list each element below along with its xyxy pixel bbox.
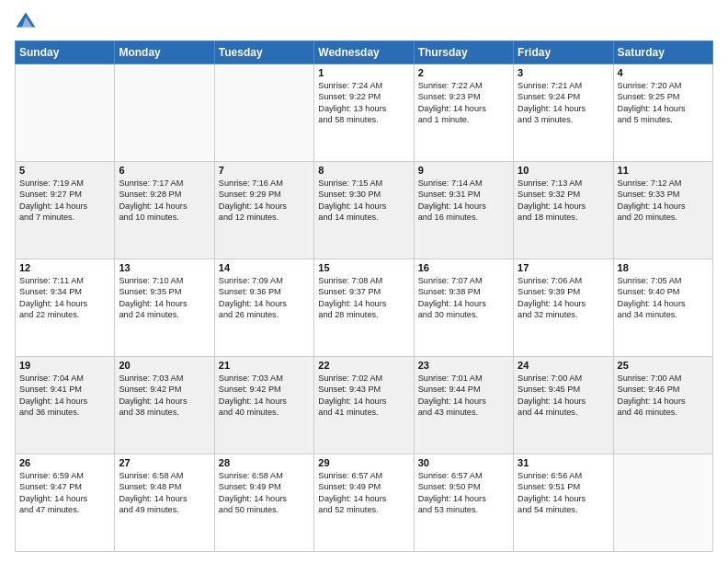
cell-content: Sunrise: 7:16 AMSunset: 9:29 PMDaylight:… bbox=[219, 178, 310, 224]
day-number: 1 bbox=[318, 67, 409, 78]
weekday-header: Sunday bbox=[16, 41, 115, 64]
cell-content: Sunrise: 7:00 AMSunset: 9:46 PMDaylight:… bbox=[618, 373, 709, 419]
day-number: 31 bbox=[518, 457, 609, 468]
calendar-cell: 15Sunrise: 7:08 AMSunset: 9:37 PMDayligh… bbox=[314, 259, 414, 357]
cell-content: Sunrise: 7:10 AMSunset: 9:35 PMDaylight:… bbox=[119, 275, 210, 321]
calendar-cell: 23Sunrise: 7:01 AMSunset: 9:44 PMDayligh… bbox=[414, 357, 513, 454]
cell-content: Sunrise: 7:07 AMSunset: 9:38 PMDaylight:… bbox=[418, 275, 509, 321]
day-number: 11 bbox=[618, 165, 709, 176]
weekday-header: Wednesday bbox=[314, 41, 414, 64]
calendar-cell: 10Sunrise: 7:13 AMSunset: 9:32 PMDayligh… bbox=[514, 162, 613, 259]
page: SundayMondayTuesdayWednesdayThursdayFrid… bbox=[0, 0, 728, 563]
weekday-header: Friday bbox=[514, 41, 613, 64]
day-number: 3 bbox=[518, 67, 609, 78]
cell-content: Sunrise: 7:06 AMSunset: 9:39 PMDaylight:… bbox=[518, 275, 609, 321]
calendar-cell: 24Sunrise: 7:00 AMSunset: 9:45 PMDayligh… bbox=[514, 357, 613, 454]
calendar-week-row: 19Sunrise: 7:04 AMSunset: 9:41 PMDayligh… bbox=[16, 357, 713, 454]
day-number: 15 bbox=[318, 262, 409, 273]
weekday-header: Thursday bbox=[414, 41, 513, 64]
day-number: 18 bbox=[618, 262, 709, 273]
day-number: 10 bbox=[518, 165, 609, 176]
calendar-cell: 27Sunrise: 6:58 AMSunset: 9:48 PMDayligh… bbox=[115, 454, 214, 552]
day-number: 6 bbox=[119, 165, 210, 176]
calendar-cell: 22Sunrise: 7:02 AMSunset: 9:43 PMDayligh… bbox=[314, 357, 414, 454]
day-number: 7 bbox=[219, 165, 310, 176]
calendar-week-row: 1Sunrise: 7:24 AMSunset: 9:22 PMDaylight… bbox=[16, 64, 713, 162]
day-number: 13 bbox=[119, 262, 210, 273]
day-number: 19 bbox=[19, 360, 110, 371]
day-number: 4 bbox=[618, 67, 709, 78]
calendar-cell: 28Sunrise: 6:58 AMSunset: 9:49 PMDayligh… bbox=[214, 454, 313, 552]
calendar-cell: 9Sunrise: 7:14 AMSunset: 9:31 PMDaylight… bbox=[414, 162, 513, 259]
cell-content: Sunrise: 6:59 AMSunset: 9:47 PMDaylight:… bbox=[19, 470, 110, 516]
cell-content: Sunrise: 7:04 AMSunset: 9:41 PMDaylight:… bbox=[19, 373, 110, 419]
calendar-cell: 13Sunrise: 7:10 AMSunset: 9:35 PMDayligh… bbox=[115, 259, 214, 357]
cell-content: Sunrise: 7:13 AMSunset: 9:32 PMDaylight:… bbox=[518, 178, 609, 224]
cell-content: Sunrise: 7:02 AMSunset: 9:43 PMDaylight:… bbox=[318, 373, 409, 419]
day-number: 27 bbox=[119, 457, 210, 468]
cell-content: Sunrise: 7:12 AMSunset: 9:33 PMDaylight:… bbox=[618, 178, 709, 224]
day-number: 29 bbox=[318, 457, 409, 468]
cell-content: Sunrise: 7:14 AMSunset: 9:31 PMDaylight:… bbox=[418, 178, 509, 224]
day-number: 2 bbox=[418, 67, 509, 78]
calendar-cell: 5Sunrise: 7:19 AMSunset: 9:27 PMDaylight… bbox=[16, 162, 115, 259]
calendar-cell: 11Sunrise: 7:12 AMSunset: 9:33 PMDayligh… bbox=[613, 162, 712, 259]
calendar-cell: 16Sunrise: 7:07 AMSunset: 9:38 PMDayligh… bbox=[414, 259, 513, 357]
calendar-cell: 4Sunrise: 7:20 AMSunset: 9:25 PMDaylight… bbox=[613, 64, 712, 162]
cell-content: Sunrise: 7:17 AMSunset: 9:28 PMDaylight:… bbox=[119, 178, 210, 224]
calendar-cell: 7Sunrise: 7:16 AMSunset: 9:29 PMDaylight… bbox=[214, 162, 313, 259]
calendar-cell bbox=[115, 64, 214, 162]
calendar-table: SundayMondayTuesdayWednesdayThursdayFrid… bbox=[15, 40, 713, 552]
weekday-header: Saturday bbox=[613, 41, 712, 64]
cell-content: Sunrise: 7:00 AMSunset: 9:45 PMDaylight:… bbox=[518, 373, 609, 419]
cell-content: Sunrise: 7:01 AMSunset: 9:44 PMDaylight:… bbox=[418, 373, 509, 419]
calendar-cell: 26Sunrise: 6:59 AMSunset: 9:47 PMDayligh… bbox=[16, 454, 115, 552]
calendar-cell: 31Sunrise: 6:56 AMSunset: 9:51 PMDayligh… bbox=[514, 454, 613, 552]
cell-content: Sunrise: 7:15 AMSunset: 9:30 PMDaylight:… bbox=[318, 178, 409, 224]
calendar-cell: 6Sunrise: 7:17 AMSunset: 9:28 PMDaylight… bbox=[115, 162, 214, 259]
calendar-cell bbox=[16, 64, 115, 162]
cell-content: Sunrise: 7:22 AMSunset: 9:23 PMDaylight:… bbox=[418, 80, 509, 126]
day-number: 30 bbox=[418, 457, 509, 468]
day-number: 22 bbox=[318, 360, 409, 371]
cell-content: Sunrise: 7:21 AMSunset: 9:24 PMDaylight:… bbox=[518, 80, 609, 126]
cell-content: Sunrise: 7:09 AMSunset: 9:36 PMDaylight:… bbox=[219, 275, 310, 321]
calendar-cell: 29Sunrise: 6:57 AMSunset: 9:49 PMDayligh… bbox=[314, 454, 414, 552]
cell-content: Sunrise: 7:20 AMSunset: 9:25 PMDaylight:… bbox=[618, 80, 709, 126]
cell-content: Sunrise: 7:03 AMSunset: 9:42 PMDaylight:… bbox=[119, 373, 210, 419]
cell-content: Sunrise: 6:58 AMSunset: 9:49 PMDaylight:… bbox=[219, 470, 310, 516]
weekday-header: Monday bbox=[115, 41, 214, 64]
day-number: 16 bbox=[418, 262, 509, 273]
calendar-cell: 30Sunrise: 6:57 AMSunset: 9:50 PMDayligh… bbox=[414, 454, 513, 552]
calendar-cell: 2Sunrise: 7:22 AMSunset: 9:23 PMDaylight… bbox=[414, 64, 513, 162]
cell-content: Sunrise: 6:56 AMSunset: 9:51 PMDaylight:… bbox=[518, 470, 609, 516]
cell-content: Sunrise: 6:58 AMSunset: 9:48 PMDaylight:… bbox=[119, 470, 210, 516]
day-number: 28 bbox=[219, 457, 310, 468]
calendar-cell: 14Sunrise: 7:09 AMSunset: 9:36 PMDayligh… bbox=[214, 259, 313, 357]
cell-content: Sunrise: 7:19 AMSunset: 9:27 PMDaylight:… bbox=[19, 178, 110, 224]
day-number: 25 bbox=[618, 360, 709, 371]
weekday-header-row: SundayMondayTuesdayWednesdayThursdayFrid… bbox=[16, 41, 713, 64]
day-number: 5 bbox=[19, 165, 110, 176]
logo bbox=[15, 11, 39, 33]
calendar-cell: 3Sunrise: 7:21 AMSunset: 9:24 PMDaylight… bbox=[514, 64, 613, 162]
calendar-cell: 21Sunrise: 7:03 AMSunset: 9:42 PMDayligh… bbox=[214, 357, 313, 454]
calendar-cell: 12Sunrise: 7:11 AMSunset: 9:34 PMDayligh… bbox=[16, 259, 115, 357]
day-number: 14 bbox=[219, 262, 310, 273]
day-number: 9 bbox=[418, 165, 509, 176]
calendar-cell: 18Sunrise: 7:05 AMSunset: 9:40 PMDayligh… bbox=[613, 259, 712, 357]
day-number: 8 bbox=[318, 165, 409, 176]
day-number: 21 bbox=[219, 360, 310, 371]
calendar-cell: 17Sunrise: 7:06 AMSunset: 9:39 PMDayligh… bbox=[514, 259, 613, 357]
header bbox=[15, 11, 713, 33]
logo-icon bbox=[15, 11, 37, 33]
calendar-week-row: 26Sunrise: 6:59 AMSunset: 9:47 PMDayligh… bbox=[16, 454, 713, 552]
cell-content: Sunrise: 6:57 AMSunset: 9:49 PMDaylight:… bbox=[318, 470, 409, 516]
cell-content: Sunrise: 7:11 AMSunset: 9:34 PMDaylight:… bbox=[19, 275, 110, 321]
cell-content: Sunrise: 7:05 AMSunset: 9:40 PMDaylight:… bbox=[618, 275, 709, 321]
calendar-cell bbox=[613, 454, 712, 552]
calendar-cell: 1Sunrise: 7:24 AMSunset: 9:22 PMDaylight… bbox=[314, 64, 414, 162]
calendar-cell: 25Sunrise: 7:00 AMSunset: 9:46 PMDayligh… bbox=[613, 357, 712, 454]
calendar-cell: 20Sunrise: 7:03 AMSunset: 9:42 PMDayligh… bbox=[115, 357, 214, 454]
calendar-cell: 19Sunrise: 7:04 AMSunset: 9:41 PMDayligh… bbox=[16, 357, 115, 454]
